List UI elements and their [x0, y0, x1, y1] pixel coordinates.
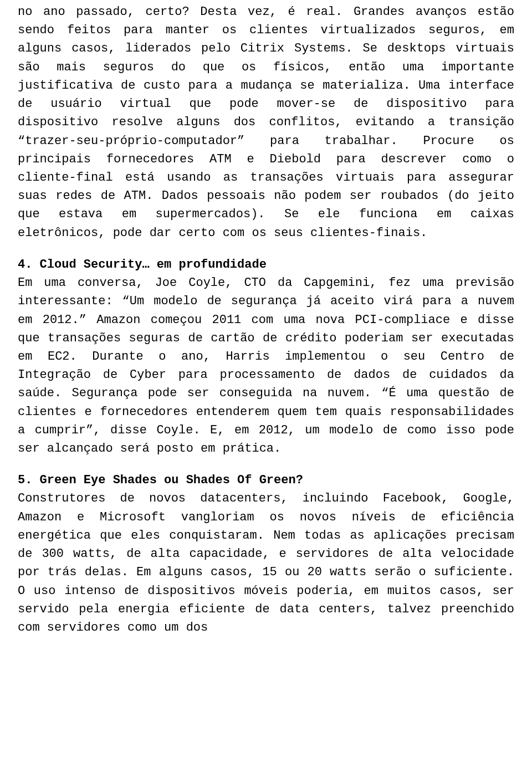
section-heading-4: 4. Cloud Security… em profundidade	[18, 255, 514, 274]
body-paragraph-5: Construtores de novos datacenters, inclu…	[18, 489, 514, 637]
body-paragraph-4: Em uma conversa, Joe Coyle, CTO da Capge…	[18, 274, 514, 458]
body-paragraph-1: no ano passado, certo? Desta vez, é real…	[18, 3, 514, 242]
section-heading-5: 5. Green Eye Shades ou Shades Of Green?	[18, 471, 514, 489]
